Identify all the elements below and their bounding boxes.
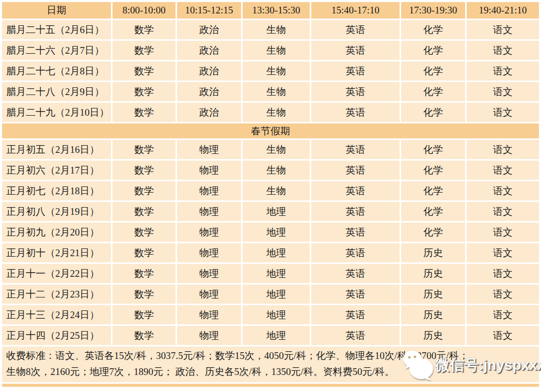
subject-cell: 化学 (401, 61, 465, 81)
subject-cell: 数学 (113, 181, 176, 200)
subject-cell: 语文 (467, 103, 539, 122)
table-row: 正月初九（2月20日） 数学 物理 地理 英语 化学 语文 (2, 223, 539, 242)
subject-cell: 物理 (177, 181, 241, 200)
subject-cell: 英语 (311, 264, 400, 283)
date-cell: 腊月二十八（2月9日） (2, 82, 111, 101)
subject-cell: 英语 (311, 243, 400, 262)
subject-cell: 化学 (401, 140, 465, 159)
subject-cell: 生物 (243, 82, 310, 101)
subject-cell: 数学 (113, 223, 176, 242)
date-cell: 腊月二十六（2月7日） (2, 41, 111, 60)
table-row: 正月十四（2月25日） 数学 物理 地理 英语 历史 语文 (2, 326, 539, 345)
subject-cell: 语文 (467, 326, 539, 345)
subject-cell: 语文 (467, 202, 539, 221)
subject-cell: 语文 (467, 82, 539, 101)
subject-cell: 政治 (177, 82, 241, 101)
subject-cell: 语文 (467, 264, 539, 283)
date-cell: 腊月二十七（2月8日） (2, 61, 111, 81)
subject-cell: 数学 (113, 285, 176, 304)
subject-cell: 化学 (401, 103, 465, 122)
subject-cell: 地理 (243, 202, 310, 221)
subject-cell: 地理 (243, 264, 310, 283)
subject-cell: 数学 (113, 20, 176, 39)
subject-cell: 化学 (401, 20, 465, 39)
subject-cell: 政治 (177, 103, 241, 122)
subject-cell: 历史 (401, 264, 465, 283)
subject-cell: 物理 (177, 326, 241, 345)
col-header-slot-1: 8:00-10:00 (113, 2, 176, 19)
fee-note: 收费标准：语文、英语各15次/科，3037.5元/科；数学15次，4050元/科… (2, 347, 539, 382)
date-cell: 正月十四（2月25日） (2, 326, 111, 345)
subject-cell: 英语 (311, 161, 400, 180)
subject-cell: 英语 (311, 61, 400, 81)
date-cell: 正月初九（2月20日） (2, 223, 111, 242)
table-row: 正月初六（2月17日） 数学 物理 生物 英语 化学 语文 (2, 161, 539, 180)
date-cell: 正月十一（2月22日） (2, 264, 111, 283)
table-row: 腊月二十九（2月10日） 数学 政治 生物 英语 化学 语文 (2, 103, 539, 122)
subject-cell: 数学 (113, 61, 176, 81)
col-header-slot-3: 13:30-15:30 (243, 2, 310, 19)
date-cell: 正月初十（2月21日） (2, 243, 111, 262)
subject-cell: 地理 (243, 305, 310, 324)
subject-cell: 政治 (177, 41, 241, 60)
subject-cell: 政治 (177, 20, 241, 39)
subject-cell: 英语 (311, 20, 400, 39)
holiday-row: 春节假期 (2, 123, 539, 138)
table-row: 腊月二十五（2月6日） 数学 政治 生物 英语 化学 语文 (2, 20, 539, 39)
subject-cell: 英语 (311, 103, 400, 122)
table-row: 正月十二（2月23日） 数学 物理 地理 英语 历史 语文 (2, 285, 539, 304)
subject-cell: 物理 (177, 243, 241, 262)
subject-cell: 生物 (243, 161, 310, 180)
subject-cell: 生物 (243, 20, 310, 39)
subject-cell: 数学 (113, 243, 176, 262)
subject-cell: 生物 (243, 41, 310, 60)
subject-cell: 英语 (311, 82, 400, 101)
holiday-label: 春节假期 (2, 123, 539, 138)
table-row: 正月初七（2月18日） 数学 物理 生物 英语 化学 语文 (2, 181, 539, 200)
table-row: 正月初十（2月21日） 数学 物理 地理 英语 历史 语文 (2, 243, 539, 262)
subject-cell: 英语 (311, 305, 400, 324)
date-cell: 腊月二十九（2月10日） (2, 103, 111, 122)
subject-cell: 化学 (401, 41, 465, 60)
subject-cell: 化学 (401, 181, 465, 200)
date-cell: 正月初五（2月16日） (2, 140, 111, 159)
header-row: 日期 8:00-10:00 10:15-12:15 13:30-15:30 15… (2, 2, 539, 19)
col-header-slot-2: 10:15-12:15 (177, 2, 241, 19)
subject-cell: 物理 (177, 202, 241, 221)
subject-cell: 数学 (113, 41, 176, 60)
subject-cell: 生物 (243, 61, 310, 81)
date-cell: 正月初八（2月19日） (2, 202, 111, 221)
schedule-table: 日期 8:00-10:00 10:15-12:15 13:30-15:30 15… (1, 1, 540, 388)
subject-cell: 生物 (243, 103, 310, 122)
table-row: 腊月二十六（2月7日） 数学 政治 生物 英语 化学 语文 (2, 41, 539, 60)
subject-cell: 英语 (311, 41, 400, 60)
fee-line-2: 生物8次，2160元；地理7次，1890元； 政治、历史各5次/科，1350元/… (6, 364, 536, 380)
subject-cell: 历史 (401, 326, 465, 345)
subject-cell: 历史 (401, 305, 465, 324)
col-header-slot-6: 19:40-21:10 (467, 2, 539, 19)
subject-cell: 数学 (113, 140, 176, 159)
subject-cell: 语文 (467, 223, 539, 242)
subject-cell: 语文 (467, 161, 539, 180)
table-row: 正月十一（2月22日） 数学 物理 地理 英语 历史 语文 (2, 264, 539, 283)
subject-cell: 语文 (467, 61, 539, 81)
subject-cell: 物理 (177, 305, 241, 324)
subject-cell: 历史 (401, 285, 465, 304)
subject-cell: 语文 (467, 305, 539, 324)
subject-cell: 物理 (177, 264, 241, 283)
subject-cell: 英语 (311, 181, 400, 200)
col-header-slot-4: 15:40-17:10 (311, 2, 400, 19)
fee-row: 收费标准：语文、英语各15次/科，3037.5元/科；数学15次，4050元/科… (2, 347, 539, 382)
subject-cell: 英语 (311, 223, 400, 242)
subject-cell: 语文 (467, 41, 539, 60)
subject-cell: 地理 (243, 243, 310, 262)
subject-cell: 英语 (311, 285, 400, 304)
subject-cell: 物理 (177, 223, 241, 242)
subject-cell: 数学 (113, 82, 176, 101)
subject-cell: 语文 (467, 285, 539, 304)
subject-cell: 化学 (401, 161, 465, 180)
bottom-band-row (2, 384, 539, 387)
subject-cell: 物理 (177, 285, 241, 304)
subject-cell: 生物 (243, 181, 310, 200)
date-cell: 正月初六（2月17日） (2, 161, 111, 180)
